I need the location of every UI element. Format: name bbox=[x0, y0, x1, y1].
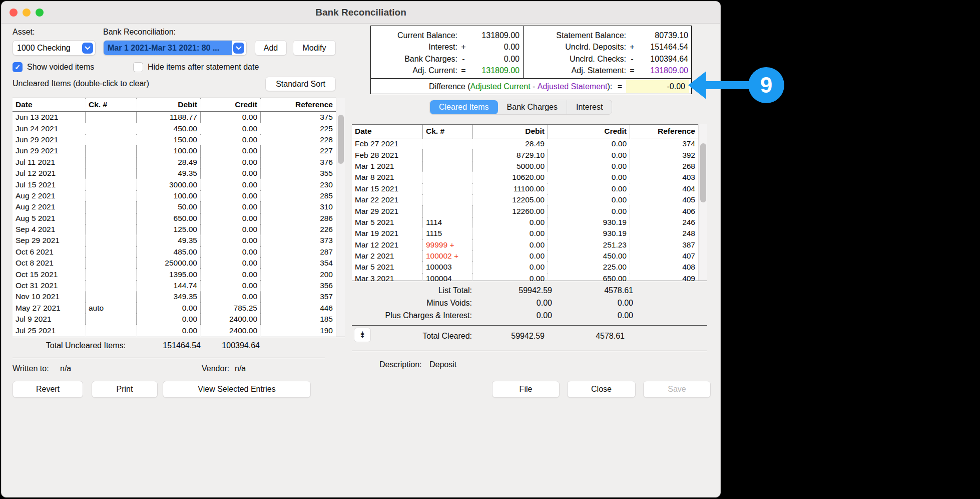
table-row[interactable]: Oct 15 20211395.000.00200 bbox=[13, 269, 336, 280]
cell-debit: 150.00 bbox=[137, 134, 201, 145]
table-row[interactable]: Jul 12 202149.350.00355 bbox=[13, 168, 336, 179]
cleared-scrollbar-thumb[interactable] bbox=[700, 143, 706, 202]
column-header-reference[interactable]: Reference bbox=[630, 125, 698, 138]
cell-date: Jul 15 2021 bbox=[13, 179, 86, 190]
cell-credit: 251.23 bbox=[548, 239, 630, 251]
cell-debit: 5000.00 bbox=[473, 161, 548, 172]
table-row[interactable]: Oct 8 202125000.000.00354 bbox=[13, 258, 336, 269]
table-row[interactable]: Aug 2 202150.000.00310 bbox=[13, 201, 336, 212]
close-window-button[interactable] bbox=[10, 9, 18, 17]
cell-debit: 100.00 bbox=[137, 145, 201, 156]
cell-credit: 225.00 bbox=[548, 262, 630, 273]
uncleared-scrollbar[interactable] bbox=[336, 98, 345, 337]
add-button[interactable]: Add bbox=[255, 40, 287, 56]
table-row[interactable]: Jul 9 20210.002400.00185 bbox=[13, 314, 336, 325]
cell-date: Aug 5 2021 bbox=[13, 213, 86, 224]
cell-date: Sep 29 2021 bbox=[13, 235, 86, 246]
cell-reference: 227 bbox=[261, 145, 336, 156]
column-header-credit[interactable]: Credit bbox=[548, 125, 630, 138]
table-row[interactable]: Feb 28 20218729.100.00392 bbox=[352, 149, 698, 160]
uncleared-scrollbar-thumb[interactable] bbox=[338, 115, 344, 164]
cell-debit: 49.35 bbox=[137, 168, 201, 179]
table-row[interactable]: Mar 5 20211000030.00225.00408 bbox=[352, 262, 698, 273]
modify-button[interactable]: Modify bbox=[293, 40, 336, 56]
column-header-debit[interactable]: Debit bbox=[473, 125, 548, 138]
cell-reference: 185 bbox=[261, 314, 336, 325]
table-row[interactable]: Mar 29 202112260.000.00406 bbox=[352, 205, 698, 216]
cell-reference: 407 bbox=[630, 251, 698, 262]
table-row[interactable]: Oct 31 2021144.740.00356 bbox=[13, 280, 336, 291]
tab-interest[interactable]: Interest bbox=[567, 100, 612, 114]
column-header-date[interactable]: Date bbox=[13, 98, 86, 111]
cell-credit: 0.00 bbox=[548, 205, 630, 216]
table-row[interactable]: Oct 6 2021485.000.00287 bbox=[13, 246, 336, 258]
column-header-credit[interactable]: Credit bbox=[201, 98, 261, 111]
table-row[interactable]: Jul 15 20213000.000.00230 bbox=[13, 179, 336, 190]
table-row[interactable]: Mar 22 202112205.000.00405 bbox=[352, 194, 698, 205]
table-row[interactable]: Mar 15 202111100.000.00404 bbox=[352, 183, 698, 194]
table-row[interactable]: Mar 12 202199999 +0.00251.23387 bbox=[352, 239, 698, 251]
cell-date: Sep 4 2021 bbox=[13, 224, 86, 235]
table-row[interactable]: Mar 2 2021100002 +0.00450.00407 bbox=[352, 251, 698, 262]
view-selected-entries-button[interactable]: View Selected Entries bbox=[163, 381, 311, 398]
checkbox-empty-icon bbox=[133, 62, 143, 72]
zoom-window-button[interactable] bbox=[36, 9, 44, 17]
asset-select[interactable]: 1000 Checking bbox=[13, 40, 96, 56]
cell-date: Jul 9 2021 bbox=[13, 314, 86, 325]
column-header-reference[interactable]: Reference bbox=[261, 98, 336, 111]
table-row[interactable]: Mar 19 202111150.00930.19248 bbox=[352, 228, 698, 239]
cell-credit: 0.00 bbox=[548, 172, 630, 183]
show-voided-checkbox[interactable]: ✓ Show voided items bbox=[13, 62, 94, 72]
table-row[interactable]: Mar 3 20211000040.00650.00409 bbox=[352, 273, 698, 281]
cell-check-number bbox=[86, 280, 137, 291]
column-header-date[interactable]: Date bbox=[352, 125, 423, 138]
table-row[interactable]: Mar 1 20215000.000.00268 bbox=[352, 161, 698, 172]
written-to-label: Written to: bbox=[13, 364, 49, 373]
table-row[interactable]: Aug 2 2021100.000.00285 bbox=[13, 190, 336, 201]
cell-date: Jun 29 2021 bbox=[13, 145, 86, 156]
minimize-window-button[interactable] bbox=[23, 9, 31, 17]
column-header-ck-[interactable]: Ck. # bbox=[86, 98, 137, 111]
cell-debit: 450.00 bbox=[137, 123, 201, 134]
table-row[interactable]: Aug 5 2021650.000.00286 bbox=[13, 213, 336, 224]
table-row[interactable]: Sep 29 202149.350.00373 bbox=[13, 235, 336, 246]
table-row[interactable]: Sep 4 2021125.000.00226 bbox=[13, 224, 336, 235]
table-row[interactable]: Mar 5 202111140.00930.19246 bbox=[352, 217, 698, 228]
cell-check-number bbox=[86, 112, 137, 123]
file-button[interactable]: File bbox=[492, 381, 560, 398]
cleared-total-row: Plus Charges & Interest:0.000.00 bbox=[352, 309, 707, 322]
table-row[interactable]: Mar 8 202110620.000.00403 bbox=[352, 172, 698, 183]
print-button[interactable]: Print bbox=[92, 381, 158, 398]
left-divider bbox=[13, 358, 325, 358]
show-voided-label: Show voided items bbox=[27, 63, 94, 72]
cell-reference: 228 bbox=[261, 134, 336, 145]
table-row[interactable]: Jul 25 20210.002400.00190 bbox=[13, 325, 336, 336]
close-button[interactable]: Close bbox=[567, 381, 636, 398]
table-row[interactable]: Jun 13 20211188.770.00375 bbox=[13, 112, 336, 123]
save-button[interactable]: Save bbox=[643, 381, 711, 398]
cell-reference: 246 bbox=[630, 217, 698, 228]
table-row[interactable]: Jul 11 202128.490.00376 bbox=[13, 157, 336, 168]
column-header-debit[interactable]: Debit bbox=[137, 98, 201, 111]
tab-bank-charges[interactable]: Bank Charges bbox=[498, 100, 567, 114]
cell-credit: 0.00 bbox=[201, 269, 261, 280]
cleared-scrollbar[interactable] bbox=[698, 124, 707, 281]
table-row[interactable]: Feb 27 202128.490.00374 bbox=[352, 138, 698, 149]
table-row[interactable]: Jun 29 2021100.000.00227 bbox=[13, 145, 336, 156]
table-row[interactable]: Nov 10 2021349.350.00357 bbox=[13, 291, 336, 302]
cell-date: Jun 24 2021 bbox=[13, 123, 86, 134]
cell-reference: 405 bbox=[630, 194, 698, 205]
table-row[interactable]: Jun 29 2021150.000.00228 bbox=[13, 134, 336, 145]
cell-reference: 268 bbox=[630, 161, 698, 172]
hide-after-checkbox[interactable]: Hide items after statement date bbox=[133, 62, 259, 72]
table-row[interactable]: May 27 2021auto0.00785.25446 bbox=[13, 303, 336, 314]
revert-button[interactable]: Revert bbox=[13, 381, 83, 398]
cell-credit: 0.00 bbox=[548, 138, 630, 149]
standard-sort-button[interactable]: Standard Sort bbox=[265, 77, 336, 91]
cell-check-number bbox=[86, 224, 137, 235]
asset-select-value: 1000 Checking bbox=[13, 41, 81, 55]
reconciliation-select[interactable]: Mar 1 2021-Mar 31 2021: 80 ... bbox=[103, 40, 247, 56]
tab-cleared-items[interactable]: Cleared Items bbox=[430, 100, 498, 114]
column-header-ck-[interactable]: Ck. # bbox=[423, 125, 473, 138]
table-row[interactable]: Jun 24 2021450.000.00225 bbox=[13, 123, 336, 134]
